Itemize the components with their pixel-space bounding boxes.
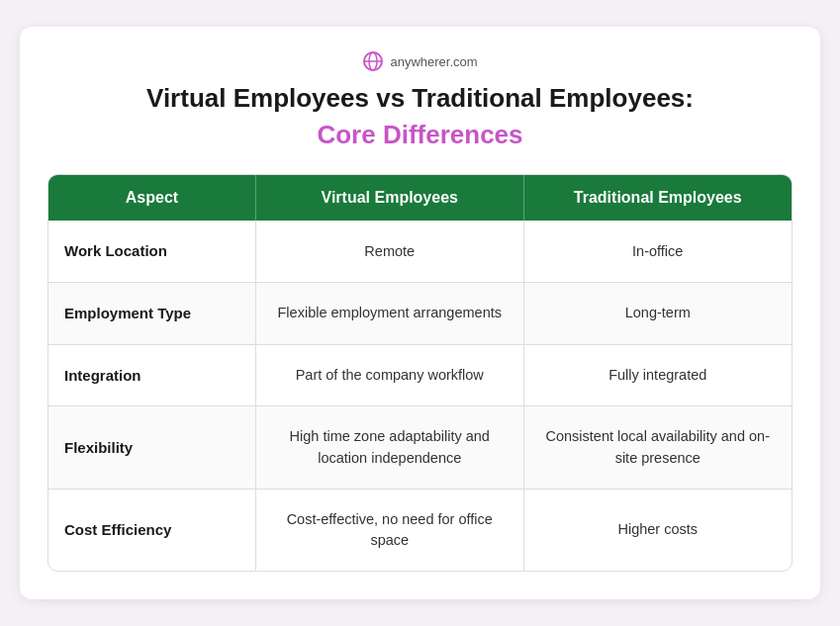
virtual-value: Cost-effective, no need for office space xyxy=(272,509,508,551)
virtual-cell: Remote xyxy=(256,221,524,282)
virtual-cell: High time zone adaptability and location… xyxy=(256,406,524,488)
virtual-value: High time zone adaptability and location… xyxy=(272,426,508,468)
aspect-cell: Integration xyxy=(48,345,256,406)
traditional-value: Consistent local availability and on-sit… xyxy=(540,426,777,468)
comparison-card: anywherer.com Virtual Employees vs Tradi… xyxy=(20,27,820,598)
traditional-cell: In-office xyxy=(524,221,793,282)
main-title: Virtual Employees vs Traditional Employe… xyxy=(47,82,793,116)
table-row: FlexibilityHigh time zone adaptability a… xyxy=(48,405,792,488)
aspect-cell: Flexibility xyxy=(48,406,256,488)
traditional-value: In-office xyxy=(632,241,683,262)
virtual-value: Flexible employment arrangements xyxy=(278,303,502,323)
header-traditional: Traditional Employees xyxy=(524,175,793,221)
table-row: Cost EfficiencyCost-effective, no need f… xyxy=(48,489,792,571)
header-aspect: Aspect xyxy=(48,175,256,221)
aspect-label: Employment Type xyxy=(64,303,191,324)
table-row: IntegrationPart of the company workflowF… xyxy=(48,344,792,406)
aspect-label: Cost Efficiency xyxy=(64,519,171,541)
traditional-cell: Long-term xyxy=(524,283,793,344)
logo-text: anywherer.com xyxy=(390,54,477,69)
virtual-cell: Flexible employment arrangements xyxy=(256,283,524,344)
table-row: Work LocationRemoteIn-office xyxy=(48,221,792,282)
virtual-cell: Cost-effective, no need for office space xyxy=(256,490,524,571)
comparison-table: Aspect Virtual Employees Traditional Emp… xyxy=(47,174,793,571)
aspect-cell: Employment Type xyxy=(48,283,256,344)
main-subtitle: Core Differences xyxy=(47,120,793,150)
logo-icon xyxy=(362,50,384,72)
logo-area: anywherer.com xyxy=(47,50,793,72)
header-virtual: Virtual Employees xyxy=(256,175,524,221)
virtual-value: Part of the company workflow xyxy=(296,365,484,386)
traditional-cell: Fully integrated xyxy=(524,345,793,406)
table-header: Aspect Virtual Employees Traditional Emp… xyxy=(48,175,792,221)
traditional-value: Long-term xyxy=(625,303,691,323)
aspect-label: Flexibility xyxy=(64,437,133,459)
traditional-value: Fully integrated xyxy=(608,365,706,386)
traditional-cell: Consistent local availability and on-sit… xyxy=(524,406,793,488)
aspect-label: Work Location xyxy=(64,240,167,262)
aspect-cell: Cost Efficiency xyxy=(48,490,256,571)
table-body: Work LocationRemoteIn-officeEmployment T… xyxy=(48,221,792,570)
traditional-cell: Higher costs xyxy=(524,490,793,571)
table-row: Employment TypeFlexible employment arran… xyxy=(48,282,792,344)
virtual-cell: Part of the company workflow xyxy=(256,345,524,406)
virtual-value: Remote xyxy=(364,241,415,262)
aspect-label: Integration xyxy=(64,365,141,387)
traditional-value: Higher costs xyxy=(617,519,698,540)
aspect-cell: Work Location xyxy=(48,221,256,282)
